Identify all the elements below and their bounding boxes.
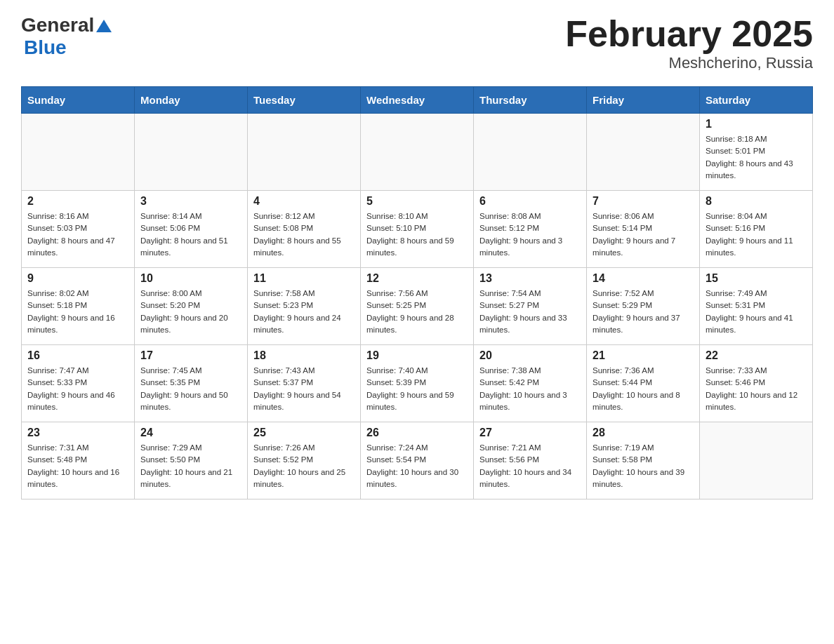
week-row-3: 9Sunrise: 8:02 AMSunset: 5:18 PMDaylight… bbox=[22, 268, 813, 345]
calendar-cell bbox=[248, 114, 361, 191]
page-header: General Blue February 2025 Meshcherino, … bbox=[21, 14, 813, 72]
day-number: 3 bbox=[140, 195, 241, 208]
calendar-title: February 2025 bbox=[565, 14, 813, 54]
calendar-cell: 11Sunrise: 7:58 AMSunset: 5:23 PMDayligh… bbox=[248, 268, 361, 345]
day-number: 10 bbox=[140, 272, 241, 285]
day-info: Sunrise: 8:06 AMSunset: 5:14 PMDaylight:… bbox=[593, 210, 694, 259]
calendar-cell: 19Sunrise: 7:40 AMSunset: 5:39 PMDayligh… bbox=[361, 345, 474, 422]
week-row-2: 2Sunrise: 8:16 AMSunset: 5:03 PMDaylight… bbox=[22, 191, 813, 268]
calendar-header-row: SundayMondayTuesdayWednesdayThursdayFrid… bbox=[22, 87, 813, 114]
day-info: Sunrise: 8:16 AMSunset: 5:03 PMDaylight:… bbox=[27, 210, 128, 259]
calendar-cell: 21Sunrise: 7:36 AMSunset: 5:44 PMDayligh… bbox=[587, 345, 700, 422]
calendar-cell: 1Sunrise: 8:18 AMSunset: 5:01 PMDaylight… bbox=[700, 114, 813, 191]
week-row-1: 1Sunrise: 8:18 AMSunset: 5:01 PMDaylight… bbox=[22, 114, 813, 191]
day-number: 18 bbox=[253, 349, 355, 362]
column-header-wednesday: Wednesday bbox=[361, 87, 474, 114]
day-info: Sunrise: 7:19 AMSunset: 5:58 PMDaylight:… bbox=[593, 442, 694, 490]
day-number: 25 bbox=[253, 427, 355, 439]
day-number: 13 bbox=[479, 272, 581, 285]
day-info: Sunrise: 7:49 AMSunset: 5:31 PMDaylight:… bbox=[706, 288, 807, 336]
calendar-cell: 7Sunrise: 8:06 AMSunset: 5:14 PMDaylight… bbox=[587, 191, 700, 268]
calendar-cell: 28Sunrise: 7:19 AMSunset: 5:58 PMDayligh… bbox=[587, 422, 700, 499]
calendar-cell: 16Sunrise: 7:47 AMSunset: 5:33 PMDayligh… bbox=[22, 345, 135, 422]
calendar-cell: 4Sunrise: 8:12 AMSunset: 5:08 PMDaylight… bbox=[248, 191, 361, 268]
logo-general-text: General bbox=[21, 14, 94, 36]
calendar-cell: 2Sunrise: 8:16 AMSunset: 5:03 PMDaylight… bbox=[22, 191, 135, 268]
day-number: 7 bbox=[593, 195, 694, 208]
calendar-cell: 12Sunrise: 7:56 AMSunset: 5:25 PMDayligh… bbox=[361, 268, 474, 345]
day-info: Sunrise: 7:24 AMSunset: 5:54 PMDaylight:… bbox=[366, 442, 468, 490]
day-info: Sunrise: 7:54 AMSunset: 5:27 PMDaylight:… bbox=[479, 288, 581, 336]
day-number: 8 bbox=[706, 195, 807, 208]
calendar-subtitle: Meshcherino, Russia bbox=[565, 54, 813, 72]
day-number: 1 bbox=[706, 118, 807, 130]
logo-triangle-icon bbox=[96, 18, 112, 34]
day-info: Sunrise: 8:08 AMSunset: 5:12 PMDaylight:… bbox=[479, 210, 581, 259]
day-number: 28 bbox=[593, 427, 694, 439]
day-number: 12 bbox=[366, 272, 468, 285]
day-number: 6 bbox=[479, 195, 581, 208]
week-row-4: 16Sunrise: 7:47 AMSunset: 5:33 PMDayligh… bbox=[22, 345, 813, 422]
day-number: 4 bbox=[253, 195, 355, 208]
day-number: 20 bbox=[479, 349, 581, 362]
calendar-cell: 13Sunrise: 7:54 AMSunset: 5:27 PMDayligh… bbox=[474, 268, 587, 345]
calendar-cell: 5Sunrise: 8:10 AMSunset: 5:10 PMDaylight… bbox=[361, 191, 474, 268]
day-number: 5 bbox=[366, 195, 468, 208]
day-info: Sunrise: 7:47 AMSunset: 5:33 PMDaylight:… bbox=[27, 365, 128, 413]
column-header-friday: Friday bbox=[587, 87, 700, 114]
calendar-cell bbox=[587, 114, 700, 191]
day-number: 2 bbox=[27, 195, 128, 208]
calendar-cell bbox=[135, 114, 248, 191]
day-number: 26 bbox=[366, 427, 468, 439]
day-info: Sunrise: 7:21 AMSunset: 5:56 PMDaylight:… bbox=[479, 442, 581, 490]
day-number: 19 bbox=[366, 349, 468, 362]
day-number: 9 bbox=[27, 272, 128, 285]
calendar-cell: 20Sunrise: 7:38 AMSunset: 5:42 PMDayligh… bbox=[474, 345, 587, 422]
calendar-cell bbox=[700, 422, 813, 499]
day-info: Sunrise: 7:56 AMSunset: 5:25 PMDaylight:… bbox=[366, 288, 468, 336]
day-number: 21 bbox=[593, 349, 694, 362]
day-info: Sunrise: 8:14 AMSunset: 5:06 PMDaylight:… bbox=[140, 210, 241, 259]
day-number: 16 bbox=[27, 349, 128, 362]
day-info: Sunrise: 7:52 AMSunset: 5:29 PMDaylight:… bbox=[593, 288, 694, 336]
column-header-saturday: Saturday bbox=[700, 87, 813, 114]
day-info: Sunrise: 8:02 AMSunset: 5:18 PMDaylight:… bbox=[27, 288, 128, 336]
day-number: 14 bbox=[593, 272, 694, 285]
day-number: 24 bbox=[140, 427, 241, 439]
day-info: Sunrise: 7:29 AMSunset: 5:50 PMDaylight:… bbox=[140, 442, 241, 490]
calendar-cell bbox=[361, 114, 474, 191]
day-number: 11 bbox=[253, 272, 355, 285]
calendar-cell: 25Sunrise: 7:26 AMSunset: 5:52 PMDayligh… bbox=[248, 422, 361, 499]
calendar-cell: 9Sunrise: 8:02 AMSunset: 5:18 PMDaylight… bbox=[22, 268, 135, 345]
title-block: February 2025 Meshcherino, Russia bbox=[565, 14, 813, 72]
logo: General Blue bbox=[21, 14, 112, 59]
calendar-cell: 17Sunrise: 7:45 AMSunset: 5:35 PMDayligh… bbox=[135, 345, 248, 422]
column-header-thursday: Thursday bbox=[474, 87, 587, 114]
day-info: Sunrise: 7:33 AMSunset: 5:46 PMDaylight:… bbox=[706, 365, 807, 413]
day-info: Sunrise: 8:12 AMSunset: 5:08 PMDaylight:… bbox=[253, 210, 355, 259]
calendar-cell: 27Sunrise: 7:21 AMSunset: 5:56 PMDayligh… bbox=[474, 422, 587, 499]
calendar-cell: 22Sunrise: 7:33 AMSunset: 5:46 PMDayligh… bbox=[700, 345, 813, 422]
column-header-tuesday: Tuesday bbox=[248, 87, 361, 114]
day-info: Sunrise: 7:40 AMSunset: 5:39 PMDaylight:… bbox=[366, 365, 468, 413]
day-number: 22 bbox=[706, 349, 807, 362]
day-info: Sunrise: 7:31 AMSunset: 5:48 PMDaylight:… bbox=[27, 442, 128, 490]
day-info: Sunrise: 7:38 AMSunset: 5:42 PMDaylight:… bbox=[479, 365, 581, 413]
day-number: 15 bbox=[706, 272, 807, 285]
day-number: 17 bbox=[140, 349, 241, 362]
day-info: Sunrise: 7:36 AMSunset: 5:44 PMDaylight:… bbox=[593, 365, 694, 413]
day-number: 27 bbox=[479, 427, 581, 439]
day-info: Sunrise: 7:45 AMSunset: 5:35 PMDaylight:… bbox=[140, 365, 241, 413]
day-number: 23 bbox=[27, 427, 128, 439]
svg-marker-0 bbox=[96, 20, 112, 32]
calendar-cell bbox=[22, 114, 135, 191]
day-info: Sunrise: 8:04 AMSunset: 5:16 PMDaylight:… bbox=[706, 210, 807, 259]
calendar-table: SundayMondayTuesdayWednesdayThursdayFrid… bbox=[21, 86, 813, 499]
calendar-cell: 18Sunrise: 7:43 AMSunset: 5:37 PMDayligh… bbox=[248, 345, 361, 422]
calendar-cell: 10Sunrise: 8:00 AMSunset: 5:20 PMDayligh… bbox=[135, 268, 248, 345]
calendar-cell: 23Sunrise: 7:31 AMSunset: 5:48 PMDayligh… bbox=[22, 422, 135, 499]
calendar-cell: 26Sunrise: 7:24 AMSunset: 5:54 PMDayligh… bbox=[361, 422, 474, 499]
calendar-cell: 3Sunrise: 8:14 AMSunset: 5:06 PMDaylight… bbox=[135, 191, 248, 268]
column-header-sunday: Sunday bbox=[22, 87, 135, 114]
calendar-cell: 15Sunrise: 7:49 AMSunset: 5:31 PMDayligh… bbox=[700, 268, 813, 345]
